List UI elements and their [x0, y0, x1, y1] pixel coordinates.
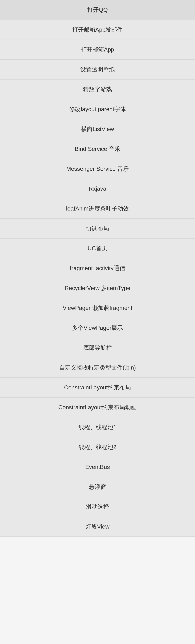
list-item-label: 线程、线程池1 — [71, 419, 124, 436]
list-item[interactable]: 自定义接收特定类型文件(.bin) — [0, 358, 195, 378]
list-item[interactable]: EventBus — [0, 457, 195, 477]
list-item[interactable]: 横向ListView — [0, 119, 195, 139]
list-item[interactable]: Messenger Service 音乐 — [0, 159, 195, 179]
list-item-label: RecyclerView 多itemType — [57, 280, 138, 296]
list-item[interactable]: ViewPager 懒加载fragment — [0, 298, 195, 318]
list-item-label: 打开邮箱App — [74, 41, 122, 58]
list-item-label: 打开邮箱App发邮件 — [65, 21, 130, 38]
list-item[interactable]: 猜数字游戏 — [0, 80, 195, 100]
list-item-label: ConstraintLayout约束布局动画 — [51, 399, 144, 416]
list-item[interactable]: 悬浮窗 — [0, 477, 195, 497]
list-item[interactable]: Bind Service 音乐 — [0, 139, 195, 159]
list-item-label: Rxjava — [81, 180, 114, 197]
list-item[interactable]: 底部导航栏 — [0, 338, 195, 358]
list-item-label: 底部导航栏 — [76, 339, 119, 356]
list-item-label: Bind Service 音乐 — [67, 140, 128, 158]
list-item-label: 横向ListView — [74, 121, 121, 138]
list-item-label: Messenger Service 音乐 — [59, 160, 136, 177]
list-item-label: leafAnim进度条叶子动效 — [59, 200, 136, 217]
list-item[interactable]: 协调布局 — [0, 219, 195, 238]
list-item-label: 滑动选择 — [79, 498, 116, 515]
list-item[interactable]: 打开QQ — [0, 0, 195, 20]
list-item[interactable]: Rxjava — [0, 179, 195, 199]
list-item-label: 灯段View — [78, 518, 117, 535]
list-item-label: 悬浮窗 — [82, 478, 113, 495]
list-item[interactable]: UC首页 — [0, 238, 195, 258]
list-item-label: 猜数字游戏 — [76, 81, 119, 98]
list-item-label: EventBus — [78, 458, 117, 476]
list-item[interactable]: 线程、线程池2 — [0, 437, 195, 457]
list-item[interactable]: 滑动选择 — [0, 497, 195, 517]
list-item[interactable]: ConstraintLayout约束布局动画 — [0, 398, 195, 418]
list-item[interactable]: 多个ViewPager展示 — [0, 318, 195, 338]
list-item-label: ConstraintLayout约束布局 — [57, 379, 138, 396]
list-item-label: 修改layout parent字体 — [62, 101, 133, 118]
list-item[interactable]: 线程、线程池1 — [0, 418, 195, 437]
list-item[interactable]: 打开邮箱App — [0, 40, 195, 60]
main-list: 打开QQ打开邮箱App发邮件打开邮箱App设置透明壁纸猜数字游戏修改layout… — [0, 0, 195, 537]
list-item-label: 打开QQ — [80, 2, 115, 18]
list-item-label: 线程、线程池2 — [71, 439, 124, 456]
list-item[interactable]: 设置透明壁纸 — [0, 60, 195, 80]
list-item-label: UC首页 — [80, 240, 115, 257]
list-item-label: 设置透明壁纸 — [73, 61, 122, 78]
list-item-label: fragment_activity通信 — [63, 260, 132, 277]
list-item[interactable]: 灯段View — [0, 517, 195, 537]
list-item[interactable]: RecyclerView 多itemType — [0, 278, 195, 298]
list-item[interactable]: 修改layout parent字体 — [0, 100, 195, 119]
list-item-label: 多个ViewPager展示 — [65, 320, 130, 336]
list-item-label: 自定义接收特定类型文件(.bin) — [52, 359, 143, 376]
list-item[interactable]: fragment_activity通信 — [0, 258, 195, 278]
list-item-label: ViewPager 懒加载fragment — [55, 300, 139, 316]
list-item[interactable]: 打开邮箱App发邮件 — [0, 20, 195, 40]
list-item[interactable]: leafAnim进度条叶子动效 — [0, 199, 195, 219]
list-item[interactable]: ConstraintLayout约束布局 — [0, 378, 195, 398]
list-item-label: 协调布局 — [79, 220, 116, 237]
